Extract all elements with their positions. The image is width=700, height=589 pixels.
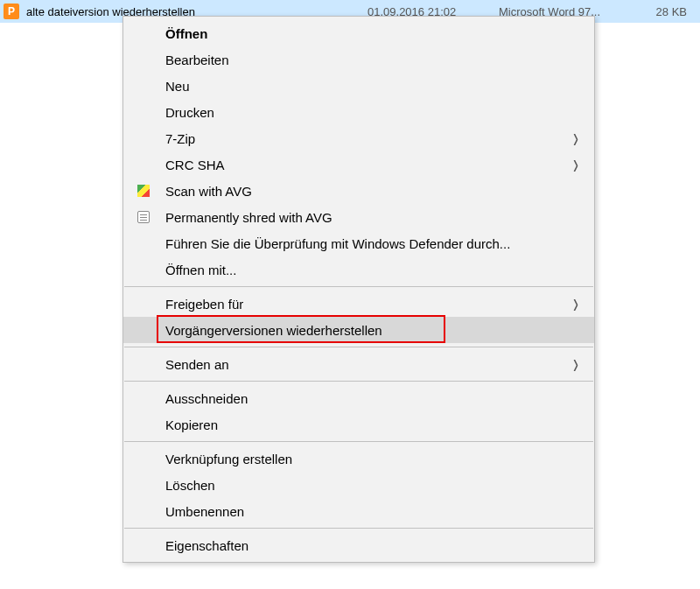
menu-item[interactable]: Löschen [123, 472, 594, 498]
menu-item-label: CRC SHA [165, 158, 573, 172]
menu-item-label: Scan with AVG [165, 184, 578, 199]
menu-item[interactable]: Freigeben für› [123, 291, 594, 317]
menu-item[interactable]: 7-Zip› [123, 125, 594, 151]
menu-item-label: Vorgängerversionen wiederherstellen [165, 323, 578, 338]
menu-item-label: Öffnen [165, 26, 578, 41]
menu-item-label: Führen Sie die Überprüfung mit Windows D… [165, 236, 578, 251]
menu-item-label: Ausschneiden [165, 391, 578, 406]
menu-item[interactable]: Neu [123, 73, 594, 99]
menu-item-label: Löschen [165, 478, 578, 493]
menu-item-label: Neu [165, 79, 578, 94]
menu-separator [124, 528, 593, 529]
file-size: 28 KB [639, 5, 700, 18]
menu-item[interactable]: Kopieren [123, 411, 594, 438]
menu-item[interactable]: CRC SHA› [123, 151, 594, 178]
menu-item-label: Senden an [165, 357, 573, 372]
menu-item[interactable]: Senden an› [123, 351, 594, 377]
menu-item[interactable]: Bearbeiten [123, 46, 594, 73]
menu-item[interactable]: Öffnen mit... [123, 256, 594, 283]
chevron-right-icon: › [573, 287, 578, 320]
avg-icon [136, 183, 151, 199]
context-menu: ÖffnenBearbeitenNeuDrucken7-Zip›CRC SHA›… [122, 16, 595, 563]
chevron-right-icon: › [573, 148, 578, 181]
menu-item[interactable]: Vorgängerversionen wiederherstellen [123, 317, 594, 343]
menu-item-label: 7-Zip [165, 131, 573, 146]
shred-icon [136, 209, 151, 225]
menu-item-label: Eigenschaften [165, 538, 578, 553]
file-icon: P [4, 4, 19, 19]
file-icon-letter: P [8, 5, 15, 18]
menu-item[interactable]: Führen Sie die Überprüfung mit Windows D… [123, 230, 594, 256]
menu-item-label: Öffnen mit... [165, 263, 578, 277]
menu-separator [124, 381, 593, 382]
menu-item[interactable]: Verknüpfung erstellen [123, 445, 594, 472]
menu-item[interactable]: Ausschneiden [123, 385, 594, 411]
chevron-right-icon: › [573, 347, 578, 381]
menu-item[interactable]: Scan with AVG [123, 178, 594, 204]
menu-item-label: Bearbeiten [165, 53, 578, 67]
menu-item-label: Kopieren [165, 417, 578, 432]
menu-item-label: Drucken [165, 105, 578, 120]
menu-item-label: Verknüpfung erstellen [165, 452, 578, 466]
menu-separator [124, 286, 593, 287]
menu-item[interactable]: Drucken [123, 99, 594, 125]
menu-separator [124, 347, 593, 347]
menu-item-label: Permanently shred with AVG [165, 210, 578, 225]
menu-item[interactable]: Permanently shred with AVG [123, 204, 594, 230]
menu-item-label: Umbenennen [165, 504, 578, 519]
menu-item-label: Freigeben für [165, 297, 573, 312]
menu-item[interactable]: Eigenschaften [123, 532, 594, 558]
menu-separator [124, 441, 593, 442]
menu-item[interactable]: Öffnen [123, 20, 594, 46]
menu-item[interactable]: Umbenennen [123, 498, 594, 524]
